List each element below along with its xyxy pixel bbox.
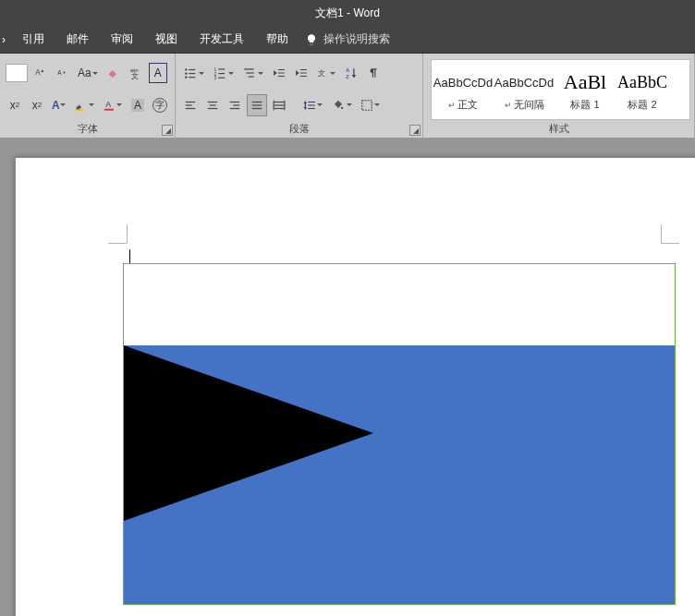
line-spacing-button[interactable] [301,95,325,115]
margin-mark [127,224,128,243]
increase-indent-button[interactable] [292,63,311,83]
tell-me-label: 操作说明搜索 [323,31,390,47]
title-bar: 文档1 - Word [0,0,695,26]
pilcrow-icon [367,66,380,79]
asian-layout-button[interactable]: 文 [314,63,338,83]
align-justify-icon [250,99,263,112]
paragraph-dialog-launcher[interactable] [409,125,421,136]
window-title: 文档1 - Word [315,6,380,21]
svg-rect-37 [252,104,262,105]
text-effects-button[interactable]: A [50,95,68,115]
tell-me-search[interactable]: 操作说明搜索 [305,31,390,47]
eraser-icon [106,66,121,79]
svg-rect-45 [362,101,372,111]
ribbon-tabs: › 引用 邮件 审阅 视图 开发工具 帮助 操作说明搜索 [0,26,695,54]
style-no-spacing[interactable]: AaBbCcDd ↵无间隔 [494,62,554,117]
svg-text:文: 文 [318,69,325,78]
margin-mark [661,224,662,243]
align-left-icon [184,99,197,112]
character-border-button[interactable]: A [149,63,167,83]
decrease-indent-button[interactable] [270,63,288,83]
tab-developer[interactable]: 开发工具 [189,26,255,54]
svg-rect-38 [252,108,262,109]
superscript-button[interactable]: x2 [28,95,46,115]
highlight-button[interactable] [72,95,97,115]
font-dialog-launcher[interactable] [162,125,173,136]
font-color-button[interactable]: A [101,95,126,115]
sort-button[interactable]: AZ [342,63,360,83]
svg-text:A: A [346,68,349,74]
tab-references[interactable]: 引用 [11,26,55,54]
grow-font-button[interactable]: A▲ [31,63,50,83]
show-marks-button[interactable] [364,63,383,83]
inserted-shape[interactable] [123,263,676,605]
svg-point-11 [185,73,187,75]
svg-text:3: 3 [214,76,217,79]
align-left-button[interactable] [181,95,200,115]
tab-view[interactable]: 视图 [144,26,189,54]
borders-icon [360,99,373,112]
svg-rect-22 [247,73,254,74]
tab-partial[interactable]: › [0,26,11,54]
styles-group-label: 样式 [549,123,569,134]
numbering-button[interactable]: 123 [211,63,237,83]
style-preview: AaBbCcDd [433,66,493,98]
outdent-icon [273,66,286,79]
enclose-characters-button[interactable]: 字 [151,95,169,115]
align-center-button[interactable] [203,95,222,115]
indent-icon [295,66,308,79]
svg-rect-33 [230,102,240,103]
change-case-button[interactable]: Aa [76,63,101,83]
lightbulb-icon [305,33,318,46]
font-size-box[interactable] [6,64,28,82]
svg-point-9 [185,69,187,71]
shape-black-triangle [124,345,373,521]
styles-gallery: AaBbCcDd ↵正文 AaBbCcDd ↵无间隔 AaBl 标题 1 AaB… [431,59,690,120]
bullets-button[interactable] [181,63,207,83]
multilevel-list-button[interactable] [240,63,266,83]
character-shading-button[interactable]: A [128,95,147,115]
svg-rect-30 [208,102,218,103]
svg-rect-34 [233,104,239,105]
phonetic-guide-button[interactable]: wén文 [127,63,145,83]
clear-formatting-button[interactable] [104,63,123,83]
subscript-button[interactable]: x2 [6,95,24,115]
font-group-label: 字体 [78,123,98,134]
svg-rect-16 [218,69,225,70]
svg-rect-12 [189,73,195,74]
align-center-icon [206,99,219,112]
shading-button[interactable] [329,95,355,115]
tab-mailings[interactable]: 邮件 [55,26,100,54]
document-page[interactable] [15,157,695,616]
tab-help[interactable]: 帮助 [255,26,299,54]
distributed-icon [273,99,286,112]
tab-review[interactable]: 审阅 [100,26,144,54]
document-area[interactable] [0,139,695,616]
ribbon-group-styles: AaBbCcDd ↵正文 AaBbCcDd ↵无间隔 AaBl 标题 1 AaB… [423,54,695,138]
sort-icon: AZ [345,66,358,79]
margin-mark [108,243,127,244]
borders-button[interactable] [359,95,383,115]
svg-text:▲: ▲ [40,68,44,73]
numbering-icon: 123 [213,66,227,79]
style-name: 标题 1 [570,98,599,112]
svg-rect-14 [189,77,195,78]
style-normal[interactable]: AaBbCcDd ↵正文 [433,62,493,117]
svg-rect-10 [189,69,195,70]
shrink-font-button[interactable]: A▼ [54,63,72,83]
align-justify-button[interactable] [248,95,266,115]
align-right-button[interactable] [226,95,244,115]
font-color-icon: A [103,98,116,113]
svg-rect-21 [244,69,254,70]
distributed-button[interactable] [270,95,288,115]
margin-mark [661,243,679,244]
style-name: 正文 [457,98,478,112]
style-heading-2[interactable]: AaBbC 标题 2 [616,62,668,117]
svg-text:▼: ▼ [62,70,66,75]
style-preview: AaBbC [617,66,667,98]
svg-rect-23 [249,77,254,78]
svg-text:文: 文 [130,72,138,79]
style-heading-1[interactable]: AaBl 标题 1 [555,62,615,117]
ribbon: A▲ A▼ Aa wén文 A x2 x2 A A A 字 字体 [0,54,695,139]
align-right-icon [228,99,241,112]
